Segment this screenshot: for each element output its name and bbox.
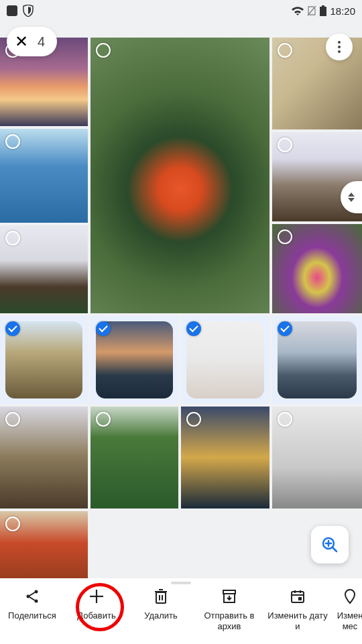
check-circle-icon[interactable] [96, 43, 111, 58]
check-circle-icon[interactable] [186, 321, 201, 336]
check-circle-icon[interactable] [278, 229, 292, 244]
status-bar: 18:20 [0, 0, 362, 21]
photo-tile[interactable] [90, 316, 178, 404]
location-icon [343, 588, 357, 604]
svg-rect-14 [156, 592, 166, 603]
clock: 18:20 [330, 5, 355, 17]
action-label: Добавить [77, 610, 115, 621]
photo-tile[interactable] [90, 38, 269, 313]
selection-count: 4 [38, 34, 45, 50]
svg-rect-21 [292, 592, 304, 602]
action-label: Отправить в архив [193, 610, 265, 631]
share-button[interactable]: Поделиться [0, 586, 64, 621]
photo-tile[interactable] [181, 316, 269, 404]
plus-icon [88, 588, 105, 605]
wifi-icon [292, 6, 304, 15]
photo-tile[interactable] [0, 407, 88, 508]
close-icon[interactable]: ✕ [15, 34, 28, 50]
check-circle-icon[interactable] [278, 43, 292, 58]
app-icon [7, 5, 17, 16]
archive-icon [222, 589, 237, 604]
add-button[interactable]: Добавить [64, 586, 129, 621]
check-circle-icon[interactable] [278, 138, 292, 152]
calendar-icon [290, 589, 305, 604]
check-circle-icon[interactable] [5, 231, 20, 246]
edit-location-button[interactable]: Измен мес [330, 586, 362, 631]
svg-rect-1 [320, 7, 326, 16]
photo-tile[interactable] [272, 316, 362, 404]
action-label: Поделиться [8, 610, 56, 621]
archive-button[interactable]: Отправить в архив [193, 586, 265, 631]
photo-tile[interactable] [181, 407, 269, 508]
check-circle-icon[interactable] [278, 321, 292, 336]
svg-line-4 [333, 547, 337, 551]
action-label: Измен мес [330, 610, 362, 631]
zoom-in-icon [321, 536, 339, 553]
action-label: Изменить дату и [265, 610, 330, 631]
svg-line-0 [308, 6, 316, 15]
share-icon [24, 588, 40, 604]
svg-rect-25 [298, 597, 302, 600]
svg-line-11 [29, 597, 35, 600]
photo-tile[interactable] [0, 316, 88, 404]
photo-grid [0, 31, 362, 644]
battery-icon [320, 5, 326, 16]
chevron-down-icon [348, 198, 355, 202]
check-circle-icon[interactable] [278, 412, 292, 427]
shield-icon [23, 5, 34, 17]
photo-tile[interactable] [0, 129, 88, 223]
check-circle-icon[interactable] [5, 412, 20, 427]
selection-header: ✕ 4 [7, 27, 57, 56]
zoom-button[interactable] [311, 526, 349, 564]
check-circle-icon[interactable] [5, 321, 20, 336]
svg-rect-2 [322, 5, 324, 7]
svg-line-10 [29, 592, 35, 596]
check-circle-icon[interactable] [5, 517, 20, 531]
more-vert-icon [338, 41, 341, 53]
photo-tile[interactable] [90, 407, 178, 508]
drag-handle-icon[interactable] [171, 582, 191, 584]
photo-tile[interactable] [272, 224, 362, 313]
action-label: Удалить [144, 610, 178, 621]
photo-tile[interactable] [0, 225, 88, 313]
no-sim-icon [307, 5, 316, 16]
edit-date-button[interactable]: Изменить дату и [265, 586, 330, 631]
check-circle-icon[interactable] [5, 134, 20, 149]
check-circle-icon[interactable] [96, 321, 111, 336]
check-circle-icon[interactable] [96, 412, 111, 427]
check-circle-icon[interactable] [186, 412, 201, 427]
bottom-action-bar: Поделиться Добавить Удалить Отправить в … [0, 578, 362, 644]
overflow-button[interactable] [326, 34, 353, 60]
delete-button[interactable]: Удалить [129, 586, 193, 621]
chevron-up-icon [348, 193, 355, 197]
trash-icon [154, 588, 168, 604]
photo-tile[interactable] [272, 407, 362, 508]
